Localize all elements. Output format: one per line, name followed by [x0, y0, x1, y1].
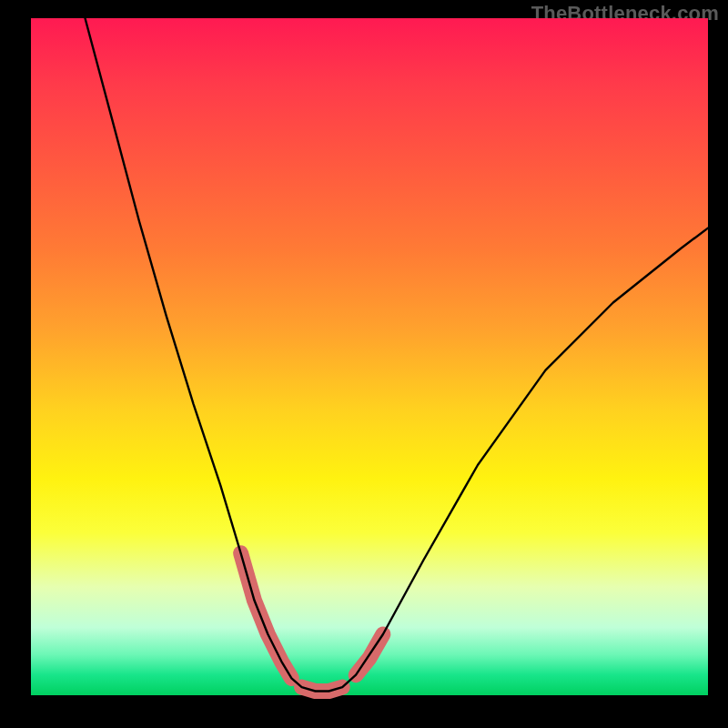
curve-layer	[31, 18, 708, 695]
bottleneck-curve	[86, 18, 709, 692]
chart-frame: TheBottleneck.com	[0, 0, 728, 728]
plot-area	[31, 18, 708, 695]
accent-left-descent	[241, 553, 292, 679]
